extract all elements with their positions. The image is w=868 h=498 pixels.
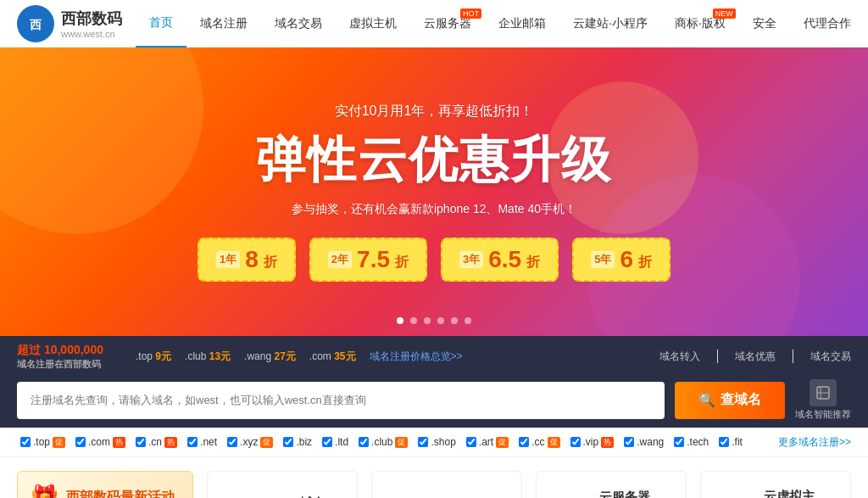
ext-com-badge: 热 [113,437,125,448]
ext-art-badge: 促 [496,437,509,448]
banner-subtitle: 实付10月用1年，再享超低折扣！ [335,103,534,120]
ext-cc[interactable]: .cc 促 [515,434,563,450]
domain-trade-btn[interactable]: 域名交易 [810,350,851,364]
domain-extensions-row: .top 促 .com 热 .cn 热 .net .xyz 促 .biz .lt… [0,428,868,457]
domain-stat-number: 超过 10,000,000 [17,343,103,356]
nav-trademark[interactable]: 商标·版权NEW [661,0,739,48]
search-input-wrap [17,382,665,419]
discount-year-3: 3年 [459,251,483,268]
nav-domain-reg[interactable]: 域名注册 [186,0,261,48]
activity-icon: 🎁 [30,484,59,498]
ext-top-badge: 促 [53,437,65,448]
ext-cc-badge: 促 [548,437,560,448]
discount-1yr[interactable]: 1年 8 折 [198,238,296,282]
domain-discount-btn[interactable]: 域名优惠 [735,350,776,364]
discount-val-1: 8 [245,246,259,273]
main-nav: 首页 域名注册 域名交易 虚拟主机 云服务器HOT 企业邮箱 云建站·小程序 商… [136,0,865,48]
domain-search-input[interactable] [17,382,665,419]
domain-stat-label: 域名注册在西部数码 [17,359,101,369]
price-link[interactable]: 域名注册价格总览>> [370,350,463,364]
ext-wang[interactable]: .wang [620,434,667,450]
ext-ltd[interactable]: .ltd [319,434,352,450]
sep-2 [793,350,793,363]
domain-transfer-btn[interactable]: 域名转入 [659,350,700,364]
nav-cloud-server[interactable]: 云服务器HOT [410,0,485,48]
more-extensions-link[interactable]: 更多域名注册>> [778,435,851,450]
ext-com[interactable]: .com 热 [72,434,129,450]
card-activity[interactable]: 🎁 西部数码最新活动 🔥 高能省钱攻略，强推必看！ [17,471,193,498]
trademark-badge: NEW [713,8,736,19]
activity-title: 西部数码最新活动 [66,489,175,498]
ext-club-badge: 促 [395,437,408,448]
card-com-domain[interactable]: .com .com域名 新用户 35元/首年 › [207,471,358,498]
discount-5yr[interactable]: 5年 6 折 [572,238,670,282]
logo-en-text: www.west.cn [61,29,122,39]
discount-unit-5: 折 [638,254,652,271]
discount-year-5: 5年 [591,251,615,268]
nav-agent[interactable]: 代理合作 [790,0,865,48]
ext-xyz[interactable]: .xyz 促 [224,434,276,450]
discount-year-1: 1年 [216,251,240,268]
domain-actions: 域名转入 域名优惠 域名交易 [659,350,851,364]
search-btn-label: 查域名 [721,391,761,409]
domain-search-button[interactable]: 🔍 查域名 [675,382,785,419]
discount-3yr[interactable]: 3年 6.5 折 [441,238,559,282]
ext-biz[interactable]: .biz [280,434,315,450]
discount-2yr[interactable]: 2年 7.5 折 [309,238,427,282]
discount-unit-3: 折 [526,254,540,271]
cloud-server-title: 云服务器 Hot [599,490,659,499]
nav-domain-trade[interactable]: 域名交易 [261,0,336,48]
ext-art[interactable]: .art 促 [463,434,512,450]
nav-home[interactable]: 首页 [136,0,186,48]
bottom-cards: 🎁 西部数码最新活动 🔥 高能省钱攻略，强推必看！ .com .com域名 新用… [0,457,868,498]
price-top: .top 9元 [136,350,171,364]
cloud-host-title: 云虚拟主机 [764,489,823,499]
banner-dots [397,317,471,324]
nav-site-builder[interactable]: 云建站·小程序 [559,0,661,48]
ext-tech[interactable]: .tech [670,434,712,450]
domain-prices: .top 9元 .club 13元 .wang 27元 .com 35元 域名注… [136,350,643,364]
ext-cn[interactable]: .cn 热 [132,434,181,450]
nav-virtual-host[interactable]: 虚拟主机 [336,0,410,48]
card-cloud-host[interactable]: 云虚拟主机 基础建站优选产品 › [700,471,851,498]
ext-top[interactable]: .top 促 [17,434,69,450]
discount-val-2: 7.5 [357,246,390,273]
ext-vip[interactable]: .vip 热 [567,434,618,450]
ext-club[interactable]: .club 促 [355,434,411,450]
dot-3[interactable] [424,317,431,324]
ai-recommend[interactable]: 域名智能推荐 [795,379,851,421]
svg-text:西: 西 [30,18,42,31]
activity-header: 🎁 西部数码最新活动 [30,484,175,498]
banner-desc: 参与抽奖，还有机会赢新款iphone 12、Mate 40手机！ [292,202,576,217]
discount-val-3: 6.5 [488,246,521,273]
ext-vip-badge: 热 [601,437,614,448]
price-club: .club 13元 [185,350,231,364]
ext-net[interactable]: .net [184,434,220,450]
search-icon: 🔍 [698,392,715,408]
nav-email[interactable]: 企业邮箱 [485,0,559,48]
dot-6[interactable] [465,317,471,324]
banner-title: 弹性云优惠升级 [256,127,612,193]
dot-2[interactable] [410,317,417,324]
nav-security[interactable]: 安全 [739,0,790,48]
ai-rec-label: 域名智能推荐 [795,408,851,421]
dot-1[interactable] [397,317,403,324]
ext-xyz-badge: 促 [260,437,273,448]
ext-fit[interactable]: .fit [715,434,746,450]
card-cn-domain[interactable]: .cn .cn域名 32元/首年 › [371,471,522,498]
discount-row: 1年 8 折 2年 7.5 折 3年 6.5 折 5年 6 折 [198,238,670,282]
discount-val-5: 6 [620,246,633,273]
banner: 实付10月用1年，再享超低折扣！ 弹性云优惠升级 参与抽奖，还有机会赢新款iph… [0,48,868,336]
header: 西 西部数码 www.west.cn 首页 域名注册 域名交易 虚拟主机 云服务… [0,0,868,48]
domain-stat: 超过 10,000,000 域名注册在西部数码 [17,343,119,371]
dot-5[interactable] [451,317,458,324]
domain-search-bar: 超过 10,000,000 域名注册在西部数码 .top 9元 .club 13… [0,336,868,428]
logo-icon: 西 [17,5,54,42]
cloud-server-body: 云服务器 Hot 19年品质保证 [599,490,659,499]
ext-shop[interactable]: .shop [415,434,459,450]
dot-4[interactable] [437,317,444,324]
domain-search-row: 🔍 查域名 域名智能推荐 [0,374,868,428]
logo[interactable]: 西 西部数码 www.west.cn [17,5,136,42]
ext-cn-badge: 热 [164,437,177,448]
card-cloud-server[interactable]: 云服务器 Hot 19年品质保证 › [536,471,687,498]
